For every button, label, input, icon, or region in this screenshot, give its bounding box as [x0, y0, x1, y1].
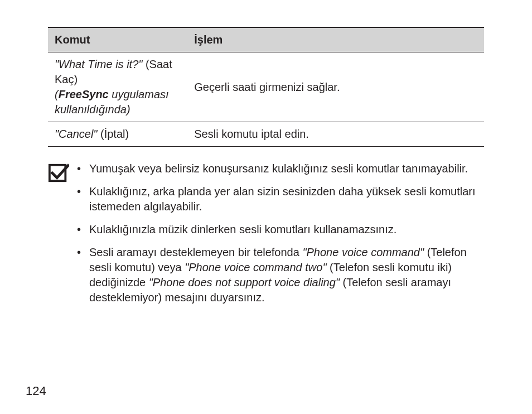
- list-item: Kulaklığınız, arka planda yer alan sizin…: [77, 184, 484, 214]
- cell-command: "Cancel" (İptal): [48, 122, 187, 147]
- checkbox-icon: [48, 162, 69, 184]
- page: Komut İşlem "What Time is it?" (Saat Kaç…: [0, 0, 532, 414]
- list-item: Sesli aramayı desteklemeyen bir telefond…: [77, 245, 484, 305]
- note-text: Yumuşak veya belirsiz konuşursanız kulak…: [89, 162, 468, 175]
- notes-list: Yumuşak veya belirsiz konuşursanız kulak…: [77, 161, 484, 313]
- header-command: Komut: [48, 27, 187, 52]
- command-freesync-bold: FreeSync: [59, 88, 109, 100]
- cell-command: "What Time is it?" (Saat Kaç) (FreeSync …: [48, 52, 187, 122]
- note-text-italic: "Phone voice command": [302, 246, 424, 258]
- table-header-row: Komut İşlem: [48, 27, 484, 52]
- list-item: Kulaklığınızla müzik dinlerken sesli kom…: [77, 222, 484, 237]
- note-text-part: Sesli aramayı desteklemeyen bir telefond…: [89, 246, 302, 258]
- note-text-italic: "Phone does not support voice dialing": [149, 276, 340, 288]
- command-table: Komut İşlem "What Time is it?" (Saat Kaç…: [48, 27, 484, 147]
- command-note-open: (: [55, 88, 59, 100]
- header-action: İşlem: [187, 27, 484, 52]
- note-text: Kulaklığınız, arka planda yer alan sizin…: [89, 185, 476, 213]
- command-quote: "What Time is it?": [55, 58, 142, 70]
- table-row: "Cancel" (İptal) Sesli komutu iptal edin…: [48, 122, 484, 147]
- notes-block: Yumuşak veya belirsiz konuşursanız kulak…: [48, 161, 484, 313]
- note-text: Kulaklığınızla müzik dinlerken sesli kom…: [89, 223, 396, 235]
- command-quote: "Cancel": [55, 128, 97, 140]
- cell-action: Sesli komutu iptal edin.: [187, 122, 484, 147]
- list-item: Yumuşak veya belirsiz konuşursanız kulak…: [77, 161, 484, 176]
- command-translation: (İptal): [97, 128, 129, 140]
- note-text-italic: "Phone voice command two": [185, 261, 326, 273]
- page-number: 124: [26, 384, 46, 398]
- cell-action: Geçerli saati girmenizi sağlar.: [187, 52, 484, 122]
- table-row: "What Time is it?" (Saat Kaç) (FreeSync …: [48, 52, 484, 122]
